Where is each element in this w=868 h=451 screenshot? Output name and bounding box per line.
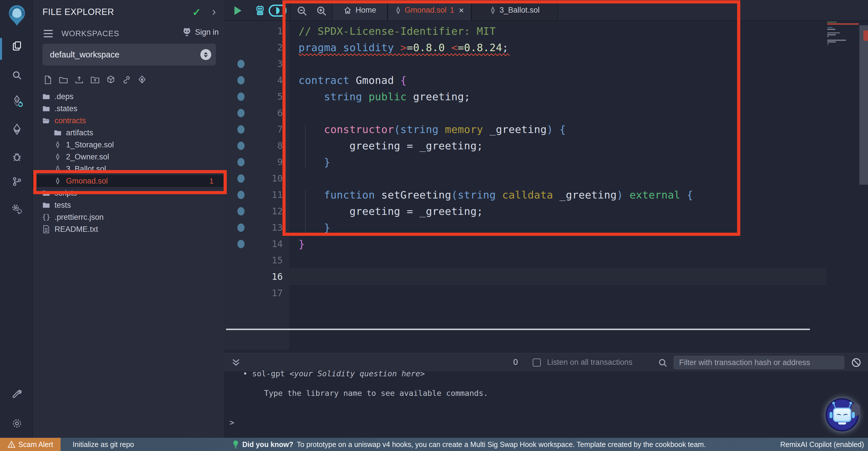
editor-terminal-splitter[interactable] — [226, 329, 810, 330]
workspace-select[interactable]: default_workspace — [42, 44, 216, 65]
scrollbar-error-mark — [863, 30, 868, 41]
tree-item-3_Ballot.sol[interactable]: 3_Ballot.sol — [33, 163, 224, 175]
minimap[interactable] — [827, 21, 859, 349]
editor-scrollbar[interactable] — [859, 21, 868, 349]
plugin-runner-icon[interactable] — [11, 203, 23, 216]
sign-in-button[interactable]: Sign in — [182, 28, 219, 37]
gutter-line-17[interactable]: 17 — [224, 285, 289, 301]
tree-item-contracts[interactable]: contracts — [33, 115, 224, 127]
tree-item-.prettierrc.json[interactable]: {}.prettierrc.json — [33, 211, 224, 223]
gutter-line-15[interactable]: 15 — [224, 252, 289, 269]
minimap-line — [827, 27, 832, 28]
gutter-line-16[interactable]: 16 — [224, 269, 289, 285]
gutter-line-6[interactable]: 6 — [224, 105, 289, 121]
zoom-out-icon[interactable] — [296, 5, 308, 17]
tab-gmonad[interactable]: Gmonad.sol 1 × — [388, 0, 471, 20]
editor-gutter[interactable]: 1234567891011121314151617 — [224, 21, 289, 349]
line-number: 15 — [272, 252, 283, 269]
listen-label[interactable]: Listen on all transactions — [547, 358, 632, 367]
tree-item-label: Gmonad.sol — [66, 177, 108, 186]
github-icon — [182, 28, 192, 37]
upload-folder-icon[interactable] — [90, 76, 100, 84]
search-icon[interactable] — [11, 69, 23, 82]
git-icon[interactable] — [11, 175, 23, 188]
gutter-line-14[interactable]: 14 — [224, 236, 289, 252]
tree-item-README.txt[interactable]: README.txt — [33, 223, 224, 235]
settings-icon[interactable] — [11, 417, 23, 430]
git-init-button[interactable]: Initialize as git repo — [73, 440, 134, 449]
gutter-line-9[interactable]: 9 — [224, 154, 289, 170]
scam-alert-badge[interactable]: Scam Alert — [0, 438, 61, 451]
tree-item-artifacts[interactable]: artifacts — [33, 127, 224, 139]
gutter-line-5[interactable]: 5 — [224, 88, 289, 105]
expand-terminal-icon[interactable] — [231, 357, 241, 368]
ipfs-cube-icon[interactable] — [106, 75, 115, 84]
clear-console-icon[interactable] — [851, 357, 862, 368]
gutter-line-3[interactable]: 3 — [224, 56, 289, 72]
deploy-run-icon[interactable] — [11, 123, 23, 136]
zoom-in-icon[interactable] — [316, 5, 327, 17]
tree-item-.states[interactable]: .states — [33, 103, 224, 115]
workspaces-menu-icon[interactable] — [43, 30, 53, 39]
tree-item-tests[interactable]: tests — [33, 199, 224, 211]
tree-item-label: README.txt — [55, 225, 98, 234]
tree-item-1_Storage.sol[interactable]: 1_Storage.sol — [33, 139, 224, 151]
file-explorer-icon[interactable] — [11, 40, 23, 52]
solidity-compiler-icon[interactable] — [11, 95, 23, 107]
listen-checkbox[interactable] — [533, 359, 541, 367]
gutter-line-7[interactable]: 7 — [224, 121, 289, 138]
copilot-status[interactable]: RemixAI Copilot (enabled) — [780, 440, 864, 449]
tree-item-2_Owner.sol[interactable]: 2_Owner.sol — [33, 151, 224, 163]
transaction-filter-input[interactable] — [673, 356, 844, 369]
tree-item-scripts[interactable]: scripts — [33, 187, 224, 199]
tools-icon[interactable] — [11, 388, 23, 401]
gutter-line-13[interactable]: 13 — [224, 220, 289, 236]
code-line-4: contract Gmonad { — [299, 72, 827, 88]
tab-gmonad-label: Gmonad.sol — [405, 6, 446, 15]
solidity-icon — [53, 165, 62, 173]
new-folder-icon[interactable] — [59, 76, 68, 84]
debugger-icon[interactable] — [11, 150, 23, 163]
run-script-icon[interactable] — [232, 5, 243, 16]
close-icon[interactable]: × — [459, 5, 464, 15]
line-number: 17 — [272, 285, 283, 301]
gutter-line-12[interactable]: 12 — [224, 203, 289, 220]
tab-home-label: Home — [355, 6, 376, 15]
code-line-11: function setGreeting(string calldata _gr… — [299, 187, 827, 203]
remixai-assistant-button[interactable] — [826, 398, 859, 431]
line-number: 16 — [272, 269, 283, 285]
gutter-line-10[interactable]: 10 — [224, 170, 289, 187]
new-file-icon[interactable] — [43, 75, 52, 84]
line-number: 6 — [277, 105, 283, 121]
tree-item-label: .states — [55, 104, 78, 113]
gutter-line-11[interactable]: 11 — [224, 187, 289, 203]
scrollbar-slider[interactable] — [859, 25, 868, 185]
error-squiggle — [299, 53, 511, 57]
minimap-line — [827, 40, 846, 41]
gutter-line-2[interactable]: 2 — [224, 39, 289, 56]
gutter-line-8[interactable]: 8 — [224, 138, 289, 154]
solidity-file-icon — [395, 6, 401, 15]
file-text-icon — [42, 225, 51, 233]
chevron-right-icon[interactable]: › — [212, 5, 216, 18]
tab-ballot[interactable]: 3_Ballot.sol — [471, 0, 558, 20]
git-clone-icon[interactable] — [138, 75, 146, 84]
link-icon[interactable] — [122, 75, 131, 84]
upload-file-icon[interactable] — [74, 75, 84, 84]
terminal-search-icon[interactable] — [658, 358, 668, 368]
workspace-spinner-icon[interactable] — [200, 49, 211, 60]
tree-item-.deps[interactable]: .deps — [33, 90, 224, 103]
code-area[interactable]: // SPDX-License-Identifier: MITpragma so… — [289, 21, 827, 349]
minimap-line — [827, 34, 836, 35]
code-line-15 — [299, 252, 827, 269]
remixai-robot-icon[interactable] — [254, 4, 267, 17]
gutter-line-1[interactable]: 1 — [224, 23, 289, 39]
tree-item-Gmonad.sol[interactable]: Gmonad.sol1 — [33, 175, 224, 187]
tab-home[interactable]: Home — [332, 0, 388, 20]
line-number: 13 — [272, 220, 283, 236]
terminal-prompt[interactable]: > — [229, 418, 234, 427]
theme-toggle[interactable] — [269, 5, 286, 17]
panel-title: FILE EXPLORER — [42, 7, 114, 17]
gutter-line-4[interactable]: 4 — [224, 72, 289, 88]
remix-logo[interactable] — [4, 3, 30, 29]
